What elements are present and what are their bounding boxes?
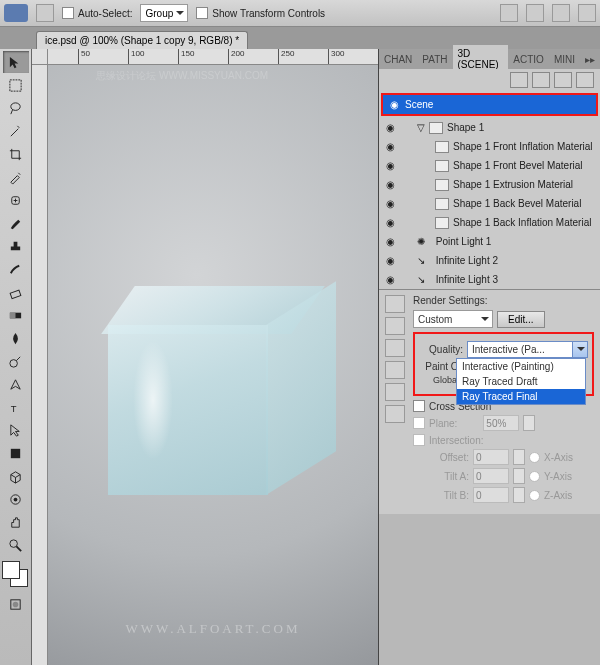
visibility-icon[interactable]: ◉ — [383, 159, 397, 173]
preset-icon[interactable] — [385, 295, 405, 313]
fg-color-swatch[interactable] — [2, 561, 20, 579]
scene-row-light[interactable]: ◉✺ Point Light 1 — [379, 232, 600, 251]
scene-row-light[interactable]: ◉↘ Infinite Light 3 — [379, 270, 600, 289]
panel-tab-strip: CHAN PATH 3D (SCENE) ACTIO MINI ▸▸ — [379, 49, 600, 69]
marquee-tool[interactable] — [3, 74, 29, 96]
visibility-icon[interactable]: ◉ — [383, 178, 397, 192]
brush-tool[interactable] — [3, 212, 29, 234]
align-icon[interactable] — [500, 4, 518, 22]
ruler-vertical — [32, 65, 48, 665]
crop-tool[interactable] — [3, 143, 29, 165]
tab-actions[interactable]: ACTIO — [508, 51, 549, 68]
document-tab[interactable]: ice.psd @ 100% (Shape 1 copy 9, RGB/8) * — [36, 31, 248, 49]
visibility-icon[interactable]: ◉ — [383, 254, 397, 268]
material-icon — [435, 217, 449, 229]
visibility-icon[interactable]: ◉ — [383, 216, 397, 230]
tab-paths[interactable]: PATH — [417, 51, 452, 68]
visibility-icon[interactable]: ◉ — [383, 121, 397, 135]
render-settings-panel: Render Settings: Custom Edit... Quality:… — [379, 289, 600, 514]
auto-select-dropdown[interactable]: Group — [140, 4, 188, 22]
material-icon — [435, 198, 449, 210]
heal-tool[interactable] — [3, 189, 29, 211]
visibility-icon[interactable]: ◉ — [383, 273, 397, 287]
history-brush-tool[interactable] — [3, 258, 29, 280]
y-axis-radio — [529, 471, 540, 482]
zoom-tool[interactable] — [3, 534, 29, 556]
filter-all-icon[interactable] — [510, 72, 528, 88]
shape-tool[interactable] — [3, 442, 29, 464]
scene-row-shape[interactable]: ◉ ▽ Shape 1 — [379, 118, 600, 137]
show-transform-checkbox[interactable]: Show Transform Controls — [196, 7, 325, 19]
preset-icon[interactable] — [385, 361, 405, 379]
watermark-text: 思缘设计论坛 WWW.MISSYUAN.COM — [96, 69, 268, 83]
preset-icon[interactable] — [385, 317, 405, 335]
pen-tool[interactable] — [3, 373, 29, 395]
preset-icon[interactable] — [385, 405, 405, 423]
preset-icon[interactable] — [385, 383, 405, 401]
align-icon[interactable] — [552, 4, 570, 22]
scene-row-material[interactable]: ◉Shape 1 Extrusion Material — [379, 175, 600, 194]
lasso-tool[interactable] — [3, 97, 29, 119]
eraser-tool[interactable] — [3, 281, 29, 303]
scene-row-material[interactable]: ◉Shape 1 Back Bevel Material — [379, 194, 600, 213]
visibility-icon[interactable]: ◉ — [383, 197, 397, 211]
wand-tool[interactable] — [3, 120, 29, 142]
edit-button[interactable]: Edit... — [497, 311, 545, 328]
chevron-down-icon[interactable] — [572, 342, 587, 357]
3d-tool[interactable] — [3, 465, 29, 487]
auto-select-checkbox[interactable]: Auto-Select: — [62, 7, 132, 19]
hand-tool[interactable] — [3, 511, 29, 533]
quality-dropdown-list[interactable]: Interactive (Painting) Ray Traced Draft … — [456, 358, 586, 405]
visibility-icon[interactable]: ◉ — [387, 98, 401, 112]
quality-option[interactable]: Interactive (Painting) — [457, 359, 585, 374]
move-tool[interactable] — [3, 51, 29, 73]
material-icon — [435, 141, 449, 153]
quality-option[interactable]: Ray Traced Final — [457, 389, 585, 404]
scene-row-material[interactable]: ◉Shape 1 Front Bevel Material — [379, 156, 600, 175]
scene-tree: ◉ Scene — [381, 93, 598, 116]
quality-option[interactable]: Ray Traced Draft — [457, 374, 585, 389]
scene-row-material[interactable]: ◉Shape 1 Front Inflation Material — [379, 137, 600, 156]
document-tab-bar: ice.psd @ 100% (Shape 1 copy 9, RGB/8) * — [0, 27, 600, 49]
spin-arrows-icon — [523, 415, 535, 431]
blur-tool[interactable] — [3, 327, 29, 349]
visibility-icon[interactable]: ◉ — [383, 235, 397, 249]
color-swatches[interactable] — [2, 561, 30, 593]
auto-select-label: Auto-Select: — [78, 8, 132, 19]
quality-dropdown[interactable]: Interactive (Pa... — [467, 341, 588, 358]
scene-filter-toolbar — [379, 69, 600, 91]
align-icon[interactable] — [526, 4, 544, 22]
type-tool[interactable]: T — [3, 396, 29, 418]
spin-arrows-icon — [513, 487, 525, 503]
camera-tool[interactable] — [3, 488, 29, 510]
filter-light-icon[interactable] — [576, 72, 594, 88]
toolbox: T — [0, 49, 32, 665]
document-canvas[interactable]: 思缘设计论坛 WWW.MISSYUAN.COM WWW.ALFOART.COM — [48, 65, 378, 665]
align-icon[interactable] — [578, 4, 596, 22]
x-axis-radio — [529, 452, 540, 463]
dodge-tool[interactable] — [3, 350, 29, 372]
svg-point-10 — [14, 497, 18, 501]
scene-row-material[interactable]: ◉Shape 1 Back Inflation Material — [379, 213, 600, 232]
svg-point-11 — [10, 539, 18, 547]
gradient-tool[interactable] — [3, 304, 29, 326]
tab-overflow-icon[interactable]: ▸▸ — [580, 51, 600, 68]
filter-mesh-icon[interactable] — [532, 72, 550, 88]
filter-material-icon[interactable] — [554, 72, 572, 88]
eyedropper-tool[interactable] — [3, 166, 29, 188]
options-bar: Auto-Select: Group Show Transform Contro… — [0, 0, 600, 27]
tab-channels[interactable]: CHAN — [379, 51, 417, 68]
preset-icon[interactable] — [385, 339, 405, 357]
scene-row-scene[interactable]: ◉ Scene — [383, 95, 596, 114]
visibility-icon[interactable]: ◉ — [383, 140, 397, 154]
tab-mini[interactable]: MINI — [549, 51, 580, 68]
render-preset-dropdown[interactable]: Custom — [413, 310, 493, 328]
quickmask-toggle[interactable] — [3, 593, 29, 615]
infinite-light-icon: ↘ — [417, 255, 425, 266]
svg-rect-5 — [10, 312, 16, 318]
scene-row-light[interactable]: ◉↘ Infinite Light 2 — [379, 251, 600, 270]
panels-column: CHAN PATH 3D (SCENE) ACTIO MINI ▸▸ ◉ Sce… — [378, 49, 600, 665]
stamp-tool[interactable] — [3, 235, 29, 257]
quality-highlight-box: Quality: Interactive (Pa... Paint On: Gl… — [413, 332, 594, 396]
path-select-tool[interactable] — [3, 419, 29, 441]
